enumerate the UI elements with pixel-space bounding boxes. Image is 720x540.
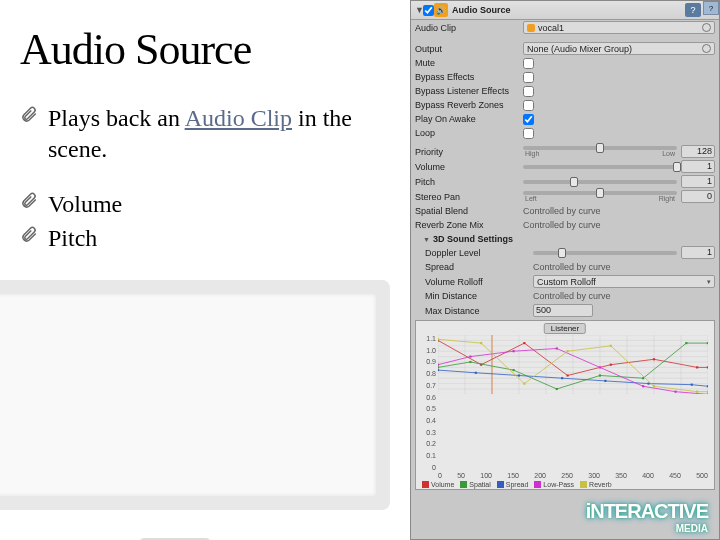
audio-clip-link[interactable]: Audio Clip bbox=[185, 105, 292, 131]
svg-rect-54 bbox=[674, 391, 676, 393]
loop-label: Loop bbox=[415, 128, 523, 138]
pitch-value[interactable]: 1 bbox=[681, 175, 715, 188]
bypass-listener-label: Bypass Listener Effects bbox=[415, 86, 523, 96]
svg-rect-45 bbox=[647, 383, 649, 385]
object-picker-icon[interactable] bbox=[702, 44, 711, 53]
pitch-label: Pitch bbox=[415, 177, 523, 187]
doppler-label: Doppler Level bbox=[425, 248, 533, 258]
volume-label: Volume bbox=[415, 162, 523, 172]
audio-clip-field[interactable]: vocal1 bbox=[523, 21, 715, 34]
svg-rect-29 bbox=[653, 358, 655, 360]
svg-rect-44 bbox=[604, 380, 606, 382]
maxdist-value[interactable]: 500 bbox=[533, 304, 593, 317]
bypass-listener-checkbox[interactable] bbox=[523, 86, 534, 97]
pitch-slider[interactable] bbox=[523, 180, 677, 184]
bypass-fx-label: Bypass Effects bbox=[415, 72, 523, 82]
mute-checkbox[interactable] bbox=[523, 58, 534, 69]
pan-slider[interactable] bbox=[523, 191, 677, 195]
svg-rect-48 bbox=[438, 364, 439, 366]
svg-rect-31 bbox=[707, 366, 708, 368]
play-awake-label: Play On Awake bbox=[415, 114, 523, 124]
svg-rect-41 bbox=[475, 372, 477, 374]
svg-rect-26 bbox=[523, 342, 525, 344]
svg-rect-51 bbox=[556, 347, 558, 349]
3d-settings-header[interactable]: 3D Sound Settings bbox=[411, 232, 719, 245]
svg-rect-40 bbox=[438, 369, 439, 371]
pan-label: Stereo Pan bbox=[415, 192, 523, 202]
output-label: Output bbox=[415, 44, 523, 54]
monitor-graphic bbox=[0, 280, 390, 540]
svg-rect-38 bbox=[685, 342, 687, 344]
object-picker-icon[interactable] bbox=[702, 23, 711, 32]
svg-rect-42 bbox=[518, 374, 520, 376]
spread-value: Controlled by curve bbox=[533, 262, 715, 272]
help-corner-icon[interactable]: ? bbox=[703, 1, 719, 15]
paperclip-icon bbox=[20, 103, 42, 134]
mindist-value: Controlled by curve bbox=[533, 291, 715, 301]
svg-rect-53 bbox=[642, 385, 644, 387]
svg-rect-32 bbox=[438, 366, 439, 368]
doppler-slider[interactable] bbox=[533, 251, 677, 255]
bullets: Plays back an Audio Clip in the scene. V… bbox=[20, 103, 394, 254]
svg-rect-33 bbox=[469, 361, 471, 363]
svg-rect-60 bbox=[610, 345, 612, 347]
svg-rect-55 bbox=[707, 393, 708, 394]
spatial-label: Spatial Blend bbox=[415, 206, 523, 216]
loop-checkbox[interactable] bbox=[523, 128, 534, 139]
bullet-1: Plays back an Audio Clip in the scene. bbox=[48, 103, 394, 165]
volume-slider[interactable] bbox=[523, 165, 677, 169]
rolloff-label: Volume Rolloff bbox=[425, 277, 533, 287]
svg-rect-37 bbox=[642, 377, 644, 379]
interactive-media-logo: iNTERACTIVEMEDIA bbox=[586, 500, 708, 534]
svg-rect-30 bbox=[696, 366, 698, 368]
help-icon[interactable]: ? bbox=[685, 3, 701, 17]
svg-rect-61 bbox=[653, 385, 655, 387]
svg-rect-35 bbox=[556, 388, 558, 390]
svg-rect-62 bbox=[696, 391, 698, 393]
volume-value[interactable]: 1 bbox=[681, 160, 715, 173]
spatial-value: Controlled by curve bbox=[523, 206, 715, 216]
svg-rect-52 bbox=[599, 366, 601, 368]
maxdist-label: Max Distance bbox=[425, 306, 533, 316]
component-enable-checkbox[interactable] bbox=[423, 5, 434, 16]
bullet-3: Pitch bbox=[48, 223, 394, 254]
unity-inspector: ? ▼ 🔊 Audio Source ? ⚙ Audio Clip vocal1… bbox=[410, 0, 720, 540]
priority-value[interactable]: 128 bbox=[681, 145, 715, 158]
rolloff-curve-chart[interactable]: Listener 1.11.00.90.80.70.60.50.40.30.20… bbox=[415, 320, 715, 490]
svg-rect-39 bbox=[707, 342, 708, 344]
priority-slider[interactable] bbox=[523, 146, 677, 150]
svg-rect-46 bbox=[691, 384, 693, 386]
svg-rect-47 bbox=[707, 385, 708, 387]
paperclip-icon bbox=[20, 223, 42, 254]
output-field[interactable]: None (Audio Mixer Group) bbox=[523, 42, 715, 55]
foldout-icon[interactable]: ▼ bbox=[415, 5, 423, 15]
play-awake-checkbox[interactable] bbox=[523, 114, 534, 125]
reverb-mix-label: Reverb Zone Mix bbox=[415, 220, 523, 230]
rolloff-dropdown[interactable]: Custom Rolloff bbox=[533, 275, 715, 288]
doppler-value[interactable]: 1 bbox=[681, 246, 715, 259]
priority-label: Priority bbox=[415, 147, 523, 157]
reverb-mix-value: Controlled by curve bbox=[523, 220, 715, 230]
svg-rect-50 bbox=[513, 350, 515, 352]
chart-legend: Volume Spatial Spread Low-Pass Reverb bbox=[420, 480, 710, 489]
svg-rect-36 bbox=[599, 374, 601, 376]
svg-rect-63 bbox=[707, 391, 708, 393]
pan-value[interactable]: 0 bbox=[681, 190, 715, 203]
component-title: Audio Source bbox=[452, 5, 683, 15]
svg-rect-58 bbox=[523, 383, 525, 385]
audio-clip-label: Audio Clip bbox=[415, 23, 523, 33]
mute-label: Mute bbox=[415, 58, 523, 68]
slide-title: Audio Source bbox=[20, 24, 394, 75]
svg-rect-34 bbox=[513, 369, 515, 371]
spread-label: Spread bbox=[425, 262, 533, 272]
svg-rect-49 bbox=[469, 356, 471, 358]
svg-rect-57 bbox=[480, 342, 482, 344]
mindist-label: Min Distance bbox=[425, 291, 533, 301]
svg-rect-27 bbox=[566, 374, 568, 376]
listener-marker: Listener bbox=[544, 323, 586, 334]
bypass-reverb-checkbox[interactable] bbox=[523, 100, 534, 111]
bypass-fx-checkbox[interactable] bbox=[523, 72, 534, 83]
svg-rect-59 bbox=[566, 350, 568, 352]
component-header[interactable]: ▼ 🔊 Audio Source ? ⚙ bbox=[411, 1, 719, 20]
bypass-reverb-label: Bypass Reverb Zones bbox=[415, 100, 523, 110]
